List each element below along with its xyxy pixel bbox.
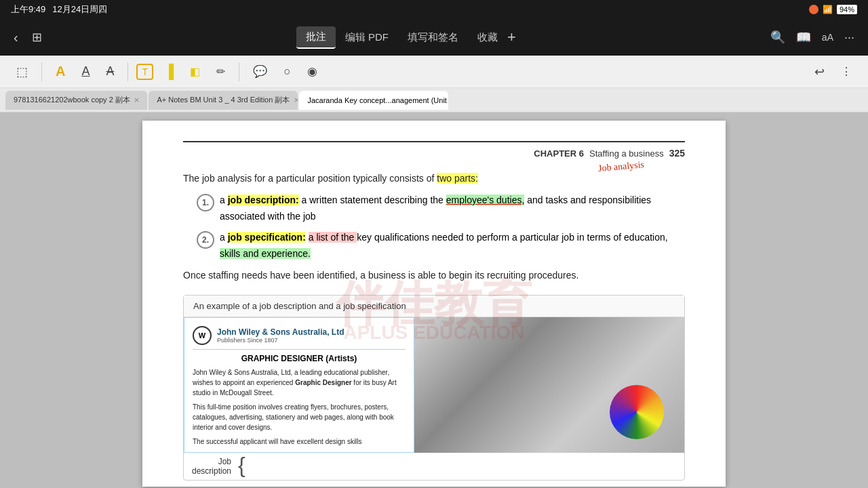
annotation-toolbar: ⬚ A A A T ▐ ◧ ✏ 💬 ○ ◉ ↩ ⋮ xyxy=(0,56,868,88)
paragraph-2: Once staffing needs have been identified… xyxy=(183,268,685,284)
highlight-two-parts: two parts: xyxy=(437,173,478,184)
tab-doc-3-label: Jacaranda Key concept...anagement (Unit … xyxy=(307,96,448,104)
toolbar-divider-3 xyxy=(239,62,239,81)
company-name: John Wiley & Sons Australia, Ltd xyxy=(217,327,344,337)
pencil-button[interactable]: ✏ xyxy=(211,62,231,81)
font-size-icon[interactable]: aA xyxy=(822,32,833,43)
speech-bubble-button[interactable]: 💬 xyxy=(248,62,273,81)
pdf-viewport[interactable]: 伴佳教育 APLUS EDUCATION CHAPTER 6 Staffing … xyxy=(0,113,868,488)
toolbar-divider-2 xyxy=(127,62,128,81)
tab-doc-2-close[interactable]: × xyxy=(294,95,298,105)
example-header: An example of a job description and a jo… xyxy=(184,296,684,317)
toolbar-divider-1 xyxy=(41,62,42,81)
time-display: 上午9:49 xyxy=(11,3,45,16)
highlight-employee-duties: employee's duties, xyxy=(446,195,525,205)
tab-favorites[interactable]: 收藏 xyxy=(468,26,507,49)
list-item-2: 2. a job specification: a list of the ke… xyxy=(197,230,685,262)
company-info: John Wiley & Sons Australia, Ltd Publish… xyxy=(217,327,344,344)
underline-tool-button[interactable]: A xyxy=(76,62,95,81)
image-area: W John Wiley & Sons Australia, Ltd Publi… xyxy=(184,317,684,453)
text-box-button[interactable]: T xyxy=(136,64,153,80)
tab-fill-sign[interactable]: 填写和签名 xyxy=(398,26,468,49)
nav-left-group: ‹ ⊞ xyxy=(14,30,42,45)
nav-right-group: 🔍 📖 aA ··· xyxy=(770,30,854,45)
pdf-page: 伴佳教育 APLUS EDUCATION CHAPTER 6 Staffing … xyxy=(142,121,726,487)
list-content-1: a job description: a written statement d… xyxy=(220,192,685,225)
tab-doc-1[interactable]: 9781316621202wbook copy 2 副本 × xyxy=(5,91,147,110)
nav-tabs-group: 批注 编辑 PDF 填写和签名 收藏 + xyxy=(296,26,516,49)
job-advertisement: W John Wiley & Sons Australia, Ltd Publi… xyxy=(184,317,414,453)
highlight-list-of: a list of the xyxy=(309,232,357,243)
page-header-right: CHAPTER 6 Staffing a business 325 xyxy=(534,148,685,159)
tab-annotate[interactable]: 批注 xyxy=(296,26,336,49)
job-body-2: This full-time position involves creatin… xyxy=(193,402,406,432)
list-num-2: 2. xyxy=(197,231,214,249)
text-tool-button[interactable]: A xyxy=(50,61,71,82)
bold-graphic-designer: Graphic Designer xyxy=(295,379,351,386)
tab-doc-1-close[interactable]: × xyxy=(134,95,140,105)
list-item-1: 1. a job description: a written statemen… xyxy=(197,192,685,225)
nav-bar: ‹ ⊞ 批注 编辑 PDF 填写和签名 收藏 + 🔍 📖 aA ··· xyxy=(0,19,868,56)
tab-edit-pdf[interactable]: 编辑 PDF xyxy=(336,26,398,49)
stamp-button[interactable]: ◉ xyxy=(302,62,323,81)
recording-indicator xyxy=(809,5,818,14)
date-display: 12月24日周四 xyxy=(52,3,107,16)
job-ad-header: W John Wiley & Sons Australia, Ltd Publi… xyxy=(193,326,406,350)
battery-icon: 94% xyxy=(837,5,857,14)
tab-doc-2-label: A+ Notes BM Unit 3 _ 4 3rd Edition 副本 xyxy=(157,95,290,105)
numbered-list: 1. a job description: a written statemen… xyxy=(197,192,685,262)
wiley-logo-letter: W xyxy=(199,331,205,340)
back-button[interactable]: ‹ xyxy=(14,30,18,45)
tab-doc-2[interactable]: A+ Notes BM Unit 3 _ 4 3rd Edition 副本 × xyxy=(149,91,298,110)
paragraph-1: The job analysis for a particular positi… xyxy=(183,171,685,187)
page-header: CHAPTER 6 Staffing a business 325 xyxy=(183,141,685,159)
tab-doc-1-label: 9781316621202wbook copy 2 副本 xyxy=(14,95,130,105)
bracket-symbol: { xyxy=(238,454,245,476)
page-number: 325 xyxy=(669,148,685,159)
toolbar-more-button[interactable]: ⋮ xyxy=(835,62,857,81)
wifi-icon: 📶 xyxy=(823,5,833,14)
job-photo xyxy=(414,317,684,453)
undo-button[interactable]: ↩ xyxy=(809,62,830,82)
strikethrough-tool-button[interactable]: A xyxy=(100,62,119,81)
job-body-3: The successful applicant will have excel… xyxy=(193,436,406,447)
book-icon[interactable]: 📖 xyxy=(796,30,811,45)
job-title: GRAPHIC DESIGNER (Artists) xyxy=(193,354,406,363)
chapter-title: Staffing a business xyxy=(589,148,664,159)
label-row: Jobdescription { xyxy=(184,453,684,480)
list-num-1: 1. xyxy=(197,194,214,211)
status-right-area: 📶 94% xyxy=(809,5,857,14)
erase-highlight-button[interactable]: ◧ xyxy=(184,62,205,81)
highlight-skills-experience: skills and experience. xyxy=(220,248,311,259)
job-body-1: John Wiley & Sons Australia, Ltd, a lead… xyxy=(193,367,406,398)
status-time-area: 上午9:49 12月24日周四 xyxy=(11,3,107,16)
chapter-label: CHAPTER 6 xyxy=(534,148,584,159)
tab-doc-3[interactable]: Jacaranda Key concept...anagement (Unit … xyxy=(299,91,448,110)
grid-button[interactable]: ⊞ xyxy=(32,30,42,45)
document-tab-bar: 9781316621202wbook copy 2 副本 × A+ Notes … xyxy=(0,88,868,113)
shape-tool-button[interactable]: ○ xyxy=(278,62,296,81)
select-tool-button[interactable]: ⬚ xyxy=(11,62,33,82)
term-job-specification: job specification: xyxy=(228,232,306,243)
wiley-logo: W xyxy=(193,326,212,345)
search-icon[interactable]: 🔍 xyxy=(770,30,785,45)
status-bar: 上午9:49 12月24日周四 📶 94% xyxy=(0,0,868,19)
term-job-description: job description: xyxy=(228,195,299,205)
add-tab-button[interactable]: + xyxy=(507,26,516,49)
company-sub: Publishers Since 1807 xyxy=(217,337,344,344)
list-content-2: a job specification: a list of the key q… xyxy=(220,230,685,262)
more-options-icon[interactable]: ··· xyxy=(844,30,854,45)
side-label-job-description: Jobdescription xyxy=(184,457,238,476)
highlight-button[interactable]: ▐ xyxy=(159,61,179,82)
battery-display: 94% xyxy=(837,5,857,14)
example-box: An example of a job description and a jo… xyxy=(183,295,685,481)
